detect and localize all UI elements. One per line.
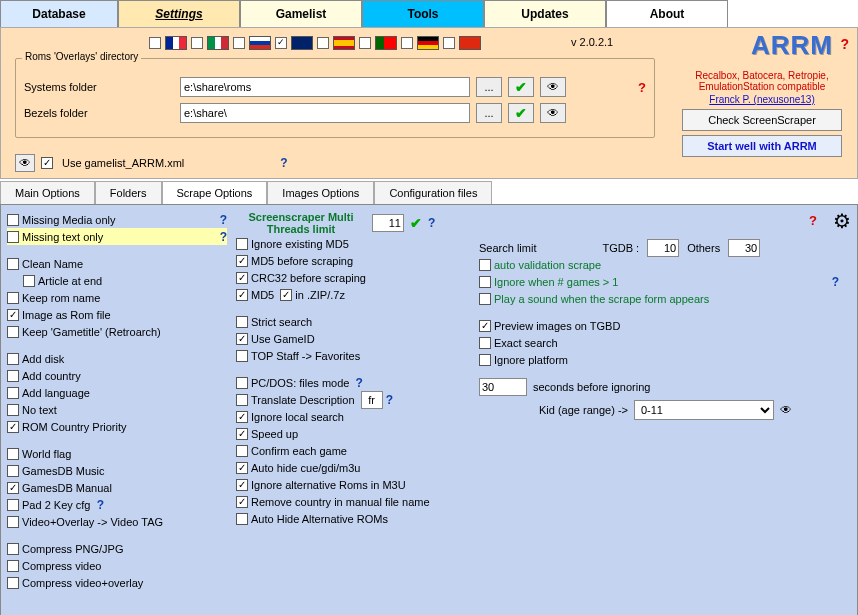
bezels-confirm-button[interactable]: ✔ xyxy=(508,103,534,123)
cb-md5-before[interactable] xyxy=(236,255,248,267)
gamelist-help-icon[interactable]: ? xyxy=(280,156,287,170)
cb-auto-valid[interactable] xyxy=(479,259,491,271)
subtab-folders[interactable]: Folders xyxy=(95,181,162,204)
tab-settings[interactable]: Settings xyxy=(118,0,240,27)
cb-translate[interactable] xyxy=(236,394,248,406)
subtab-scrape[interactable]: Scrape Options xyxy=(162,181,268,204)
cb-ign-local[interactable] xyxy=(236,411,248,423)
cb-gameid[interactable] xyxy=(236,333,248,345)
cb-ign-plat[interactable] xyxy=(479,354,491,366)
flag-cb-fr[interactable] xyxy=(149,37,161,49)
threads-title2: Threads limit xyxy=(236,223,366,235)
flag-cb-ru[interactable] xyxy=(233,37,245,49)
lbl-image-rom: Image as Rom file xyxy=(22,309,111,321)
check-screenscraper-button[interactable]: Check ScreenScraper xyxy=(682,109,842,131)
q-translate[interactable]: ? xyxy=(386,393,393,407)
kid-view-icon[interactable]: 👁 xyxy=(780,403,792,417)
dir-help-icon[interactable]: ? xyxy=(638,80,646,95)
cb-missing-text[interactable] xyxy=(7,231,19,243)
cb-preview[interactable] xyxy=(479,320,491,332)
systems-confirm-button[interactable]: ✔ xyxy=(508,77,534,97)
cb-no-text[interactable] xyxy=(7,404,19,416)
lbl-comp-vo: Compress video+overlay xyxy=(22,577,143,589)
cb-clean-name[interactable] xyxy=(7,258,19,270)
cb-speed[interactable] xyxy=(236,428,248,440)
flag-cb-it[interactable] xyxy=(191,37,203,49)
cb-comp-vo[interactable] xyxy=(7,577,19,589)
lbl-pcdos: PC/DOS: files mode xyxy=(251,377,349,389)
cb-comp-vid[interactable] xyxy=(7,560,19,572)
view-gamelist-button[interactable]: 👁 xyxy=(15,154,35,172)
systems-view-button[interactable]: 👁 xyxy=(540,77,566,97)
flag-cb-de[interactable] xyxy=(401,37,413,49)
cb-crc32[interactable] xyxy=(236,272,248,284)
subtab-images[interactable]: Images Options xyxy=(267,181,374,204)
threads-input[interactable] xyxy=(372,214,404,232)
cb-comp-png[interactable] xyxy=(7,543,19,555)
tab-updates[interactable]: Updates xyxy=(484,0,606,27)
kid-select[interactable]: 0-11 xyxy=(634,400,774,420)
subtab-main[interactable]: Main Options xyxy=(0,181,95,204)
cb-ign-alt[interactable] xyxy=(236,479,248,491)
cb-autohide-cue[interactable] xyxy=(236,462,248,474)
author-link[interactable]: Franck P. (nexusone13) xyxy=(677,94,847,105)
q-threads[interactable]: ? xyxy=(428,216,435,230)
tab-about[interactable]: About xyxy=(606,0,728,27)
cb-article-end[interactable] xyxy=(23,275,35,287)
tab-tools[interactable]: Tools xyxy=(362,0,484,27)
flag-cb-uk[interactable]: ✓ xyxy=(275,37,287,49)
q-pcdos[interactable]: ? xyxy=(356,376,363,390)
cb-add-disk[interactable] xyxy=(7,353,19,365)
cb-exact[interactable] xyxy=(479,337,491,349)
cb-rom-prio[interactable] xyxy=(7,421,19,433)
help-icon[interactable]: ? xyxy=(840,36,849,52)
cb-ign-games[interactable] xyxy=(479,276,491,288)
flag-cb-es[interactable] xyxy=(317,37,329,49)
use-gamelist-checkbox[interactable] xyxy=(41,157,53,169)
translate-lang-input[interactable] xyxy=(361,391,383,409)
cb-add-country[interactable] xyxy=(7,370,19,382)
cb-world-flag[interactable] xyxy=(7,448,19,460)
cb-pad2[interactable] xyxy=(7,499,19,511)
cb-strict[interactable] xyxy=(236,316,248,328)
flag-cb-cn[interactable] xyxy=(443,37,455,49)
cb-keep-rom[interactable] xyxy=(7,292,19,304)
cb-rem-country[interactable] xyxy=(236,496,248,508)
cb-add-lang[interactable] xyxy=(7,387,19,399)
bezels-folder-input[interactable] xyxy=(180,103,470,123)
cb-ign-md5[interactable] xyxy=(236,238,248,250)
systems-browse-button[interactable]: ... xyxy=(476,77,502,97)
seconds-input[interactable] xyxy=(479,378,527,396)
q-missing-media[interactable]: ? xyxy=(220,213,227,227)
cb-inzip[interactable] xyxy=(280,289,292,301)
q-missing-text[interactable]: ? xyxy=(220,230,227,244)
tab-database[interactable]: Database xyxy=(0,0,118,27)
bezels-browse-button[interactable]: ... xyxy=(476,103,502,123)
cb-vid-tag[interactable] xyxy=(7,516,19,528)
flag-pt xyxy=(375,36,397,50)
cb-gdb-manual[interactable] xyxy=(7,482,19,494)
start-well-button[interactable]: Start well with ARRM xyxy=(682,135,842,157)
group-legend: Roms 'Overlays' directory xyxy=(22,51,141,62)
systems-folder-input[interactable] xyxy=(180,77,470,97)
cb-play-sound[interactable] xyxy=(479,293,491,305)
cb-missing-media[interactable] xyxy=(7,214,19,226)
q-pad2[interactable]: ? xyxy=(97,498,104,512)
cb-autohide-alt[interactable] xyxy=(236,513,248,525)
lbl-vid-tag: Video+Overlay -> Video TAG xyxy=(22,516,163,528)
q-search[interactable]: ? xyxy=(832,275,839,289)
cb-gdb-music[interactable] xyxy=(7,465,19,477)
flag-cb-pt[interactable] xyxy=(359,37,371,49)
tgdb-label: TGDB : xyxy=(602,242,639,254)
tgdb-input[interactable] xyxy=(647,239,679,257)
cb-topstaff[interactable] xyxy=(236,350,248,362)
cb-pcdos[interactable] xyxy=(236,377,248,389)
bezels-view-button[interactable]: 👁 xyxy=(540,103,566,123)
others-input[interactable] xyxy=(728,239,760,257)
subtab-config[interactable]: Configuration files xyxy=(374,181,492,204)
cb-image-rom[interactable] xyxy=(7,309,19,321)
cb-confirm[interactable] xyxy=(236,445,248,457)
cb-keep-gt[interactable] xyxy=(7,326,19,338)
tab-gamelist[interactable]: Gamelist xyxy=(240,0,362,27)
cb-md5[interactable] xyxy=(236,289,248,301)
